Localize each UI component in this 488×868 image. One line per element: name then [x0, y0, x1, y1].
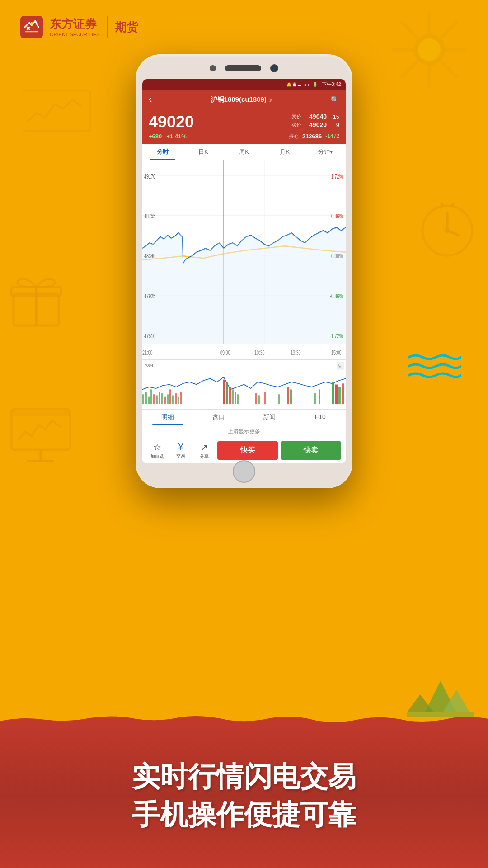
svg-rect-66 [161, 393, 163, 404]
svg-rect-73 [180, 392, 182, 404]
back-button[interactable]: ‹ [149, 94, 152, 105]
svg-point-1 [418, 38, 441, 61]
price-chart-svg: 49170 48755 48340 47925 47510 1.72% 0.86… [142, 160, 346, 359]
svg-marker-40 [142, 227, 346, 344]
svg-rect-10 [23, 90, 90, 131]
phone-speaker [210, 64, 278, 72]
svg-rect-70 [172, 395, 174, 404]
slide-hint: 上滑显示更多 [142, 425, 346, 438]
trade-button[interactable]: ¥ 交易 [170, 442, 191, 459]
svg-rect-68 [167, 394, 169, 404]
svg-text:-1.72%: -1.72% [330, 332, 343, 340]
nav-title: 沪铜1809(cu1809) [211, 95, 267, 104]
svg-text:10:30: 10:30 [254, 349, 265, 356]
quick-sell-button[interactable]: 快卖 [281, 441, 341, 460]
svg-rect-67 [164, 397, 166, 404]
svg-rect-78 [235, 392, 236, 404]
svg-rect-89 [335, 385, 338, 405]
svg-rect-71 [175, 393, 177, 404]
status-bar: 🔔⏰☁ .ılıl 🔋 下午3:42 [142, 79, 346, 90]
trade-icon: ¥ [178, 442, 183, 452]
search-button[interactable]: 🔍 [330, 95, 339, 104]
svg-text:48340: 48340 [144, 252, 155, 259]
tab-weekly-k[interactable]: 周K [224, 144, 264, 160]
svg-text:1.72%: 1.72% [331, 172, 343, 180]
svg-line-15 [438, 203, 443, 206]
chart-tab-bar: 分时 日K 周K 月K 分钟▾ [142, 144, 346, 160]
price-section: 49020 卖价 49040 15 买价 49020 9 [142, 109, 346, 144]
banner-line1: 实时行情闪电交易 [132, 758, 356, 796]
share-button[interactable]: ↗ 分享 [194, 442, 215, 460]
deco-gift [9, 271, 63, 332]
deco-mountain [407, 672, 474, 719]
main-price: 49020 [149, 113, 194, 131]
buy-count: 9 [330, 122, 339, 128]
svg-rect-61 [148, 397, 150, 404]
main-chart-area: 49170 48755 48340 47925 47510 1.72% 0.86… [142, 160, 346, 359]
phone-screen: 🔔⏰☁ .ılıl 🔋 下午3:42 ‹ 沪铜1809(cu1809) › 🔍 … [142, 79, 346, 463]
svg-rect-62 [150, 389, 152, 404]
hold-change: -1472 [325, 133, 339, 139]
status-time: 下午3:42 [322, 81, 341, 88]
svg-point-29 [30, 22, 33, 25]
svg-text:15:00: 15:00 [331, 349, 342, 356]
banner-line2: 手机操作便捷可靠 [132, 796, 356, 834]
svg-rect-82 [264, 392, 266, 404]
svg-rect-72 [178, 397, 179, 404]
tab-daily-k[interactable]: 日K [183, 144, 224, 160]
svg-rect-74 [223, 380, 225, 405]
svg-rect-65 [159, 392, 160, 404]
tab-monthly-k[interactable]: 月K [264, 144, 305, 160]
svg-rect-87 [319, 389, 320, 404]
futures-label: 期货 [115, 19, 138, 35]
tab-minute[interactable]: 分钟▾ [305, 144, 346, 160]
status-icons: 🔔⏰☁ .ılıl 🔋 [286, 82, 318, 87]
svg-text:47510: 47510 [144, 332, 155, 340]
svg-line-16 [452, 203, 456, 206]
volume-chart-svg: 7084 ⤡ [142, 360, 346, 409]
buy-value: 49020 [305, 121, 327, 128]
svg-rect-60 [145, 392, 147, 404]
home-button[interactable] [233, 460, 255, 483]
svg-text:7084: 7084 [144, 363, 153, 368]
svg-rect-91 [342, 383, 344, 404]
action-bar: ☆ 加自选 ¥ 交易 ↗ 分享 快买 快卖 [142, 438, 346, 463]
svg-text:0.86%: 0.86% [331, 212, 343, 220]
tab-detail[interactable]: 明细 [142, 410, 193, 425]
deco-waves [407, 353, 461, 382]
svg-rect-63 [153, 394, 155, 404]
sell-value: 49040 [305, 113, 327, 120]
app-header: 东方证券 ORIENT SECURITIES 期货 [18, 14, 138, 41]
watchlist-button[interactable]: ☆ 加自选 [147, 442, 168, 460]
svg-point-14 [445, 228, 450, 233]
svg-line-8 [442, 23, 456, 37]
svg-text:49170: 49170 [144, 172, 155, 180]
svg-rect-28 [20, 16, 43, 38]
svg-text:48755: 48755 [144, 212, 155, 220]
deco-clock [420, 203, 474, 259]
tab-fenshi[interactable]: 分时 [142, 144, 183, 160]
svg-text:13:30: 13:30 [291, 349, 301, 356]
hold-label: 持仓 [289, 133, 299, 140]
watchlist-icon: ☆ [153, 442, 161, 453]
camera-lens [270, 64, 278, 72]
app-navbar: ‹ 沪铜1809(cu1809) › 🔍 [142, 90, 346, 109]
svg-rect-77 [232, 389, 234, 404]
share-icon: ↗ [201, 442, 208, 453]
svg-rect-69 [169, 389, 171, 404]
hold-value: 212686 [302, 133, 322, 140]
deco-monitor [9, 407, 77, 467]
tab-f10[interactable]: F10 [295, 410, 346, 425]
phone-mockup: 🔔⏰☁ .ılıl 🔋 下午3:42 ‹ 沪铜1809(cu1809) › 🔍 … [136, 54, 352, 488]
nav-arrow[interactable]: › [269, 95, 272, 104]
svg-rect-64 [156, 395, 158, 404]
change-abs: +680 [149, 133, 162, 140]
svg-rect-88 [332, 382, 334, 404]
svg-line-6 [402, 23, 417, 37]
quick-buy-button[interactable]: 快买 [217, 441, 278, 460]
tab-order-book[interactable]: 盘口 [193, 410, 244, 425]
bottom-banner: 实时行情闪电交易 手机操作便捷可靠 [0, 723, 488, 868]
svg-rect-90 [338, 387, 341, 404]
logo-icon [18, 14, 45, 41]
tab-news[interactable]: 新闻 [244, 410, 295, 425]
